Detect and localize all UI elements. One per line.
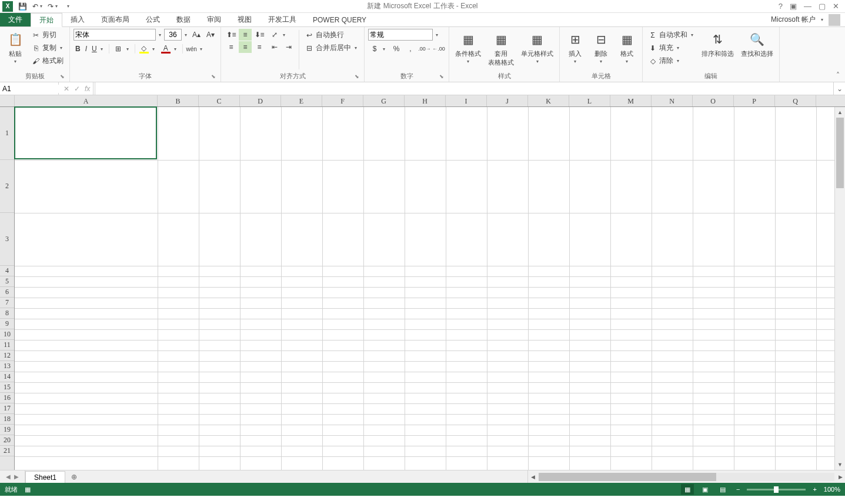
row-header[interactable]: 18 <box>0 414 14 425</box>
column-header[interactable]: M <box>610 95 652 106</box>
tab-review[interactable]: 审阅 <box>199 13 229 26</box>
row-header[interactable]: 12 <box>0 351 14 361</box>
view-normal-button[interactable]: ▦ <box>681 484 694 495</box>
row-header[interactable]: 17 <box>0 403 14 414</box>
paste-button[interactable]: 📋 粘贴 ▾ <box>4 29 27 66</box>
zoom-slider[interactable] <box>747 489 806 490</box>
formula-input[interactable] <box>95 82 833 95</box>
tab-file[interactable]: 文件 <box>0 13 31 26</box>
vertical-scrollbar[interactable]: ▲ ▼ <box>834 107 845 470</box>
font-name-select[interactable] <box>74 29 156 41</box>
number-format-select[interactable] <box>368 29 433 41</box>
horizontal-scrollbar[interactable]: ◀ ▶ <box>527 470 845 483</box>
hscroll-track[interactable] <box>539 473 834 481</box>
phonetic-button[interactable]: wén▾ <box>185 43 206 55</box>
column-header[interactable]: G <box>363 95 405 106</box>
column-header[interactable]: B <box>158 95 199 106</box>
tab-developer[interactable]: 开发工具 <box>260 13 305 26</box>
tab-insert[interactable]: 插入 <box>62 13 93 26</box>
fill-color-button[interactable]: ◇▾ <box>138 43 158 55</box>
align-center-button[interactable]: ≡ <box>239 41 252 53</box>
undo-button[interactable]: ↶▾ <box>32 1 44 12</box>
column-header[interactable]: A <box>15 95 158 106</box>
column-header[interactable]: C <box>199 95 240 106</box>
row-header[interactable]: 21 <box>0 446 14 456</box>
merge-center-button[interactable]: ⊟合并后居中▾ <box>303 42 360 54</box>
row-header[interactable]: 19 <box>0 425 14 435</box>
clear-button[interactable]: ◇清除▾ <box>646 55 697 67</box>
sort-filter-button[interactable]: ⇅排序和筛选 <box>699 29 736 59</box>
scroll-right-arrow[interactable]: ▶ <box>836 474 845 480</box>
zoom-out-button[interactable]: − <box>734 486 742 493</box>
redo-button[interactable]: ↷▾ <box>47 1 59 12</box>
chevron-down-icon[interactable]: ▾ <box>434 32 440 38</box>
zoom-level[interactable]: 100% <box>824 486 840 493</box>
scroll-down-arrow[interactable]: ▼ <box>835 459 845 470</box>
insert-cells-button[interactable]: ⊞插入▾ <box>563 29 587 66</box>
decrease-font-button[interactable]: A▾ <box>204 29 217 41</box>
row-header[interactable]: 9 <box>0 319 14 329</box>
row-header[interactable]: 6 <box>0 287 14 298</box>
new-sheet-button[interactable]: ⊕ <box>65 470 83 483</box>
cell-style-button[interactable]: ▦单元格样式▾ <box>519 29 556 66</box>
accounting-format-button[interactable]: $▾ <box>368 43 389 55</box>
row-header[interactable]: 14 <box>0 372 14 382</box>
bold-button[interactable]: B <box>74 44 82 54</box>
column-header[interactable]: E <box>281 95 322 106</box>
macro-record-icon[interactable]: ▦ <box>25 486 31 493</box>
increase-decimal-button[interactable]: .00→ <box>418 43 431 55</box>
row-header[interactable]: 10 <box>0 329 14 340</box>
view-page-layout-button[interactable]: ▣ <box>699 484 712 495</box>
column-header[interactable]: D <box>240 95 281 106</box>
align-left-button[interactable]: ≡ <box>225 41 238 53</box>
close-button[interactable]: ✕ <box>833 2 839 11</box>
row-header[interactable]: 5 <box>0 276 14 287</box>
fill-button[interactable]: ⬇填充▾ <box>646 42 697 54</box>
conditional-format-button[interactable]: ▦条件格式▾ <box>453 29 483 66</box>
tab-formulas[interactable]: 公式 <box>138 13 168 26</box>
delete-cells-button[interactable]: ⊟删除▾ <box>589 29 613 66</box>
maximize-button[interactable]: ▢ <box>819 2 826 11</box>
collapse-ribbon-button[interactable]: ˄ <box>831 27 845 82</box>
column-header[interactable]: I <box>446 95 487 106</box>
row-header[interactable]: 3 <box>0 213 14 266</box>
cells-area[interactable] <box>15 107 834 470</box>
increase-indent-button[interactable]: ⇥ <box>282 41 295 53</box>
align-top-button[interactable]: ⬆≡ <box>225 29 238 41</box>
row-header[interactable]: 11 <box>0 340 14 351</box>
border-button[interactable]: ⊞▾ <box>112 43 132 55</box>
decrease-indent-button[interactable]: ⇤ <box>268 41 281 53</box>
dialog-launcher[interactable]: ⬊ <box>59 74 66 81</box>
cut-button[interactable]: ✂剪切 <box>29 29 66 41</box>
increase-font-button[interactable]: A▴ <box>190 29 203 41</box>
help-button[interactable]: ? <box>779 2 783 11</box>
table-format-button[interactable]: ▦套用表格格式 <box>486 29 516 68</box>
account-area[interactable]: Microsoft 帐户 ▾ <box>771 13 845 26</box>
sheet-nav-next[interactable]: ▶ <box>14 473 19 480</box>
tab-view[interactable]: 视图 <box>229 13 260 26</box>
wrap-text-button[interactable]: ↩自动换行 <box>303 29 360 41</box>
column-header[interactable]: Q <box>775 95 816 106</box>
save-button[interactable]: 💾 <box>16 1 28 12</box>
column-header[interactable]: N <box>652 95 693 106</box>
chevron-down-icon[interactable]: ▾ <box>157 32 163 38</box>
view-page-break-button[interactable]: ▤ <box>716 484 729 495</box>
comma-button[interactable]: , <box>404 43 417 55</box>
align-middle-button[interactable]: ≡ <box>239 29 252 41</box>
font-size-select[interactable] <box>164 29 182 41</box>
tab-power-query[interactable]: POWER QUERY <box>305 13 375 26</box>
italic-button[interactable]: I <box>84 44 89 54</box>
underline-button[interactable]: U▾ <box>90 44 106 54</box>
row-header[interactable]: 15 <box>0 382 14 393</box>
dialog-launcher[interactable]: ⬊ <box>438 74 445 81</box>
chevron-down-icon[interactable]: ▾ <box>183 32 189 38</box>
orientation-button[interactable]: ⤢▾ <box>268 29 295 41</box>
enter-formula-button[interactable]: ✓ <box>74 85 80 93</box>
column-header[interactable]: P <box>734 95 775 106</box>
zoom-slider-thumb[interactable] <box>774 486 779 493</box>
row-header[interactable]: 20 <box>0 435 14 446</box>
column-header[interactable]: J <box>487 95 528 106</box>
column-header[interactable]: F <box>322 95 363 106</box>
align-bottom-button[interactable]: ⬇≡ <box>253 29 266 41</box>
copy-button[interactable]: ⎘复制▾ <box>29 42 66 54</box>
